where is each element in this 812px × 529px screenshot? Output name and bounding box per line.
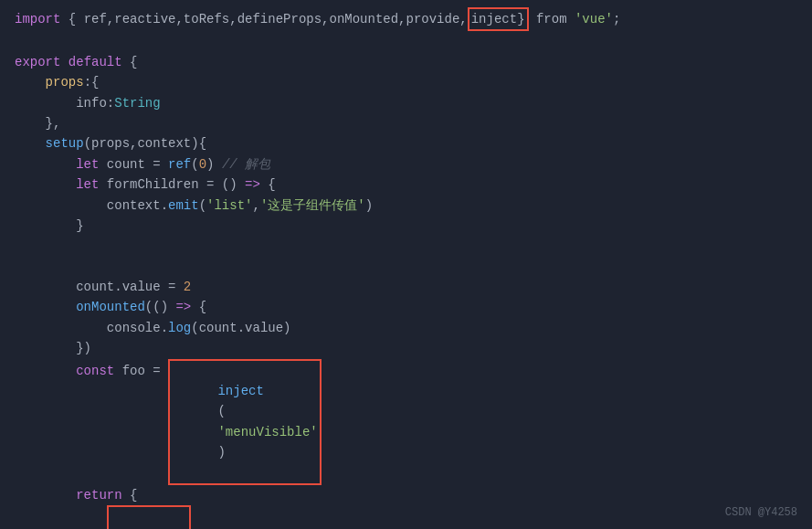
blank-line-1	[15, 31, 797, 51]
code-line-foo: foo,	[15, 505, 797, 529]
highlight-foo: foo,	[107, 505, 191, 529]
code-line-props: props :{	[15, 72, 797, 92]
highlight-inject-call: inject ( 'menuVisible' )	[168, 359, 322, 485]
blank-line-3	[15, 257, 797, 277]
code-line-props-close: },	[15, 113, 797, 133]
code-line-fc-close: }	[15, 216, 797, 236]
code-line-onmounted-close: })	[15, 338, 797, 358]
code-line-console: console. log (count.value)	[15, 318, 797, 338]
blank-line-2	[15, 236, 797, 256]
code-line-inject: const foo = inject ( 'menuVisible' )	[15, 359, 797, 485]
code-line-formchildren: let formChildren = () => {	[15, 175, 797, 195]
code-line-count-val: count. value = 2	[15, 277, 797, 297]
import-source: 'vue'	[575, 9, 613, 29]
code-line-emit: context. emit ( 'list' , '这是子组件传值' )	[15, 196, 797, 216]
code-line-return: return {	[15, 485, 797, 505]
highlight-inject: inject}	[468, 7, 529, 31]
watermark: CSDN @Y4258	[725, 504, 797, 522]
code-line-onmounted: onMounted (() => {	[15, 297, 797, 317]
code-line-count: let count = ref ( 0 ) // 解包	[15, 154, 797, 175]
code-line-info: info: String	[15, 93, 797, 113]
import-items: ref,reactive,toRefs,defineProps,onMounte…	[84, 9, 468, 29]
code-line-export: export default {	[15, 52, 797, 72]
code-editor: import { ref,reactive,toRefs,defineProps…	[0, 0, 812, 529]
keyword-import: import	[15, 9, 60, 29]
keyword-from: from	[536, 9, 567, 29]
code-line-import: import { ref,reactive,toRefs,defineProps…	[15, 7, 797, 31]
code-line-setup: setup ( props,context ){	[15, 133, 797, 153]
